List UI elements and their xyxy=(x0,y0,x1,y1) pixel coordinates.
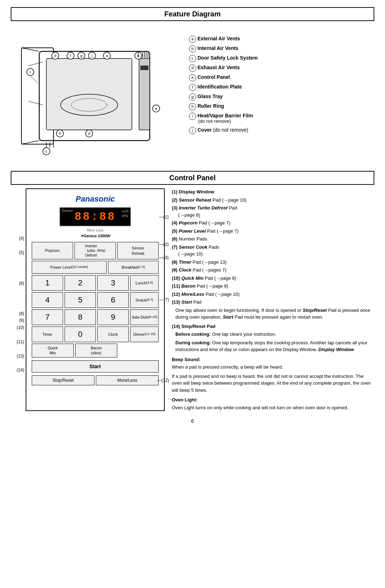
bacon-button[interactable]: Bacon(slice) xyxy=(75,344,117,358)
label-1-arrow: —(1) xyxy=(159,214,169,219)
microwave-diagram: d f g j a b i e xyxy=(11,25,182,167)
num6-button[interactable]: 6 xyxy=(97,292,129,308)
control-section: (4) (5) (6) (8) (9) (10) (11) (13) (14) … xyxy=(11,188,374,411)
num5-button[interactable]: 5 xyxy=(65,292,96,308)
clock-button[interactable]: Clock xyxy=(97,326,129,342)
info-6: (6) Number Pads xyxy=(172,235,371,243)
info-8: (8) Timer Pad (→page 13) xyxy=(172,259,371,266)
svg-text:i: i xyxy=(30,70,31,74)
panel-area: (4) (5) (6) (8) (9) (10) (11) (13) (14) … xyxy=(11,188,165,411)
label-5: (5) xyxy=(19,245,24,260)
oven-light-title: Oven Light: xyxy=(172,396,371,404)
start-button[interactable]: Start xyxy=(32,360,159,372)
info-1: (1) Display Window xyxy=(172,188,371,196)
breakfast-button[interactable]: Breakfast(1-3) xyxy=(108,261,159,274)
svg-text:j: j xyxy=(91,54,92,58)
spacer xyxy=(119,344,159,358)
svg-text:d: d xyxy=(54,54,56,58)
lunch-button[interactable]: Lunch(4-5) xyxy=(130,275,159,291)
legend-circle-h: h xyxy=(189,103,196,110)
timer-button[interactable]: Timer xyxy=(32,326,63,342)
info-3: (3) Inverter Turbo Defrost Pad (→page 8) xyxy=(172,204,371,218)
num8-button[interactable]: 8 xyxy=(65,309,96,325)
svg-line-3 xyxy=(21,141,39,144)
info-12: (12) More/Less Pad (→page 10) xyxy=(172,291,371,298)
legend-text-f: Identification Plate xyxy=(197,83,242,91)
control-panel-title: Control Panel xyxy=(169,174,216,182)
svg-text:d: d xyxy=(88,131,90,136)
svg-rect-8 xyxy=(140,66,148,70)
legend-text-j: Cover (do not remove) xyxy=(197,127,248,134)
bottom-row: Stop/Reset More/Less —(12) xyxy=(32,374,159,385)
legend-circle-f: f xyxy=(189,84,196,91)
number-grid: 1 2 3 4 5 6 7 8 9 Timer 0 Clock xyxy=(32,275,129,342)
num4-button[interactable]: 4 xyxy=(32,292,63,308)
legend-item-e: e Control Panel xyxy=(189,74,371,81)
inverter-turbo-defrost-button[interactable]: InverterturboDefrost(lb/kg) xyxy=(75,242,116,259)
label-4: (4) xyxy=(19,231,24,245)
svg-line-41 xyxy=(29,101,43,105)
start-description: One tap allows oven to begin functioning… xyxy=(175,307,371,321)
side-dish-button[interactable]: Side Dish(8-10) xyxy=(130,309,159,325)
info-13: (13) Start Pad xyxy=(172,299,371,306)
legend-circle-j: j xyxy=(189,127,196,134)
feature-diagram-header: Feature Diagram xyxy=(11,7,374,21)
label-10: (10) xyxy=(17,320,24,335)
sensor-reheat-button[interactable]: SensorReheat xyxy=(117,242,159,259)
num7-button[interactable]: 7 xyxy=(32,309,63,325)
popcorn-button[interactable]: Popcorn xyxy=(32,242,73,259)
label-11: (11) xyxy=(17,335,24,349)
label-2-arrow: —(2) xyxy=(159,242,169,247)
info-4: (4) Popcorn Pad (→page 7) xyxy=(172,219,371,227)
stop-reset-button[interactable]: Stop/Reset xyxy=(32,375,94,385)
row1-wrapper: Popcorn InverterturboDefrost(lb/kg) Sens… xyxy=(32,242,159,259)
sensor-label: Sensor xyxy=(62,209,73,213)
panel-info: (1) Display Window (2) Sensor Reheat Pad… xyxy=(168,188,374,411)
svg-line-40 xyxy=(29,62,43,66)
legend-text-c: Door Safety Lock System xyxy=(197,55,258,62)
more-less-button[interactable]: More/Less —(12) xyxy=(96,375,159,385)
brand-label: Panasonic xyxy=(32,194,159,204)
legend-circle-e: e xyxy=(189,74,196,81)
num9-button[interactable]: 9 xyxy=(97,309,129,325)
num0-button[interactable]: 0 xyxy=(65,326,96,342)
snack-button[interactable]: Snack(6-7) —(7) xyxy=(130,292,159,308)
more-less-label: More Less xyxy=(32,228,159,232)
oven-light-desc: Oven Light turns on only while cooking a… xyxy=(172,404,371,411)
legend-item-i: i Heat/Vapor Barrier Film (do not remove… xyxy=(189,112,371,124)
page: Feature Diagram xyxy=(0,0,385,431)
num2-button[interactable]: 2 xyxy=(65,275,96,291)
display-area: Sensor 88:88 oz/lb g/kg —(1) xyxy=(32,207,159,226)
quick-bacon-row: QuickMin Bacon(slice) xyxy=(32,344,159,358)
legend-circle-b: b xyxy=(189,45,196,52)
feature-section: d f g j a b i e xyxy=(11,25,374,167)
legend-sub-i: (do not remove) xyxy=(198,118,371,124)
svg-text:g: g xyxy=(80,54,82,58)
label-7-arrow: —(7) xyxy=(159,297,169,303)
legend-text-a: External Air Vents xyxy=(197,35,240,42)
main-number-area: 1 2 3 4 5 6 7 8 9 Timer 0 Clock Lu xyxy=(32,275,159,342)
control-panel-header: Control Panel xyxy=(11,171,374,185)
legend-text-b: Internal Air Vents xyxy=(197,45,238,52)
num1-button[interactable]: 1 xyxy=(32,275,63,291)
legend-item-f: f Identification Plate xyxy=(189,83,371,91)
legend-text-e: Control Panel xyxy=(197,74,230,81)
info-10: (10) Quick Min Pad (→page 8) xyxy=(172,275,371,282)
info-2: (2) Sensor Reheat Pad (→page 10) xyxy=(172,197,371,204)
num3-button[interactable]: 3 xyxy=(97,275,129,291)
beep-sound-title: Beep Sound: xyxy=(172,356,371,363)
info-7: (7) Sensor Cook Pads (→page 10) xyxy=(172,244,371,258)
legend-text-h: Roller Ring xyxy=(197,103,224,110)
row2-buttons: Power Level(10 Levels) Breakfast(1-3) xyxy=(32,261,159,274)
dinner-button[interactable]: Dinner(11-15) xyxy=(130,326,159,342)
row1-buttons: Popcorn InverterturboDefrost(lb/kg) Sens… xyxy=(32,242,159,259)
label-12-arrow: —(12) xyxy=(157,378,169,383)
info-11: (11) Bacon Pad (→page 8) xyxy=(172,283,371,290)
svg-line-39 xyxy=(30,76,37,83)
power-level-button[interactable]: Power Level(10 Levels) xyxy=(32,261,107,274)
svg-text:h: h xyxy=(59,131,61,136)
side-buttons: Lunch(4-5) Snack(6-7) —(7) Side Dish(8-1… xyxy=(130,275,159,342)
legend-circle-i: i xyxy=(189,113,196,120)
left-labels: (4) (5) (6) (8) (9) (10) (11) (13) (14) xyxy=(11,188,26,411)
quick-min-button[interactable]: QuickMin xyxy=(32,344,74,358)
